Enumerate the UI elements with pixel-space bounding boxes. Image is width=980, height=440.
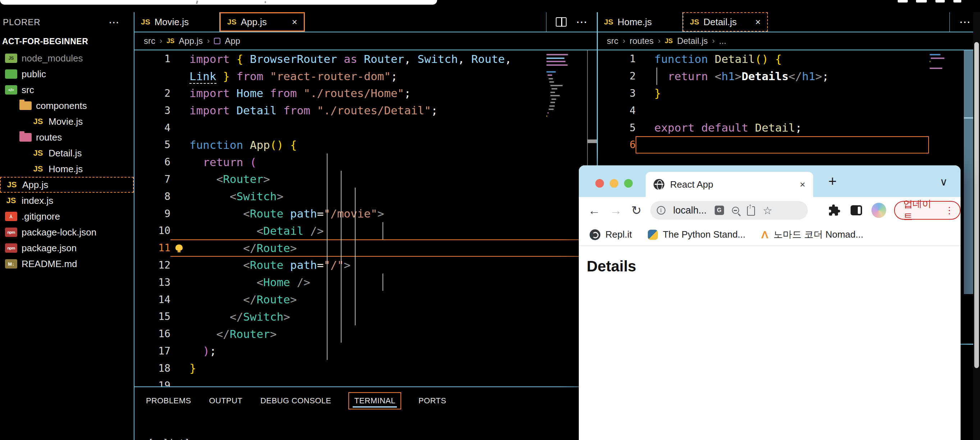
code-line[interactable]: 5function App() { [134, 136, 597, 154]
explorer-item-readme.md[interactable]: M↓README.md [0, 256, 134, 272]
breadcrumb-segment[interactable]: Detail.js [677, 36, 708, 46]
lightbulb-icon[interactable] [175, 245, 183, 251]
code-line-current[interactable]: 6 [598, 136, 980, 154]
panel-tab-output[interactable]: OUTPUT [208, 393, 243, 409]
more-actions-icon[interactable] [953, 0, 961, 3]
code-editor-appjs[interactable]: 1import { BrowserRouter as Router, Switc… [134, 50, 597, 386]
forward-button[interactable]: → [610, 203, 622, 218]
code-line-current[interactable]: 11 </Route> [134, 240, 597, 257]
reload-button[interactable]: ↻ [631, 203, 642, 218]
split-editor-icon[interactable] [556, 17, 566, 27]
tab-app.js[interactable]: JSApp.js× [220, 12, 305, 32]
scrollbar-thumb-left-editor[interactable] [587, 140, 597, 143]
panel-tab-debug-console[interactable]: DEBUG CONSOLE [259, 393, 332, 409]
browser-tab[interactable]: React App × [646, 172, 813, 197]
code-line[interactable]: 3} [598, 85, 980, 102]
code-line[interactable]: 3import Detail from "./routes/Detail"; [134, 102, 597, 119]
code-line[interactable]: 19 [134, 377, 597, 386]
explorer-item-package-lock.json[interactable]: npmpackage-lock.json [0, 224, 134, 240]
window-scrollbar-thumb[interactable] [974, 42, 979, 368]
extensions-puzzle-icon[interactable] [828, 204, 840, 217]
profile-avatar[interactable] [872, 203, 886, 218]
zoom-window-button[interactable] [624, 179, 633, 187]
code-line[interactable]: 13 <Home /> [134, 273, 597, 291]
code-line[interactable]: 1import { BrowserRouter as Router, Switc… [134, 50, 597, 68]
explorer-item-package.json[interactable]: npmpackage.json [0, 240, 134, 256]
browser-menu-dots-icon[interactable]: ⋮ [945, 205, 954, 216]
code-line[interactable]: 10 <Detail /> [134, 222, 597, 240]
code-line[interactable]: 16 </Router> [134, 325, 597, 343]
explorer-item-routes[interactable]: routes [0, 129, 134, 145]
explorer-item-.gitignore[interactable]: Y.gitignore [0, 208, 134, 224]
explorer-item-public[interactable]: public [0, 66, 134, 82]
code-line[interactable]: 7 <Router> [134, 171, 597, 188]
bookmark-item[interactable]: Repl.it [590, 229, 632, 240]
explorer-section-header[interactable]: ACT-FOR-BEGINNER [2, 37, 88, 46]
code-line[interactable]: 2import Home from "./routes/Home"; [134, 85, 597, 102]
close-window-button[interactable] [595, 179, 604, 187]
back-button[interactable]: ← [588, 203, 600, 218]
tab-home.js[interactable]: JSHome.js [598, 12, 683, 32]
code-line[interactable]: 1function Detail() { [598, 50, 980, 68]
more-actions-icon[interactable]: ⋯ [576, 15, 587, 29]
explorer-item-node_modules[interactable]: JSnode_modules [0, 50, 134, 66]
bookmark-star-icon[interactable]: ☆ [763, 204, 773, 217]
code-line[interactable]: 5export default Detail; [598, 119, 980, 136]
code-line[interactable]: 4 [134, 119, 597, 136]
translate-icon[interactable]: G [715, 206, 724, 215]
panel-tab-problems[interactable]: PROBLEMS [145, 393, 192, 409]
breadcrumb-left[interactable]: src›JSApp.js›App [134, 32, 597, 50]
bookmark-item[interactable]: Λ노마드 코더 Nomad... [761, 228, 864, 241]
explorer-item-movie.js[interactable]: JSMovie.js [0, 114, 134, 129]
breadcrumb-segment[interactable]: ... [719, 36, 726, 46]
share-icon[interactable] [747, 206, 755, 216]
layout-toggle-icon[interactable] [916, 0, 927, 3]
breadcrumb-segment[interactable]: App [225, 36, 240, 46]
code-line[interactable]: 2 return <h1>Details</h1>; [598, 68, 980, 85]
bookmark-item[interactable]: The Python Stand... [648, 229, 746, 240]
panel-tab-ports[interactable]: PORTS [418, 393, 447, 409]
tab-movie.js[interactable]: JSMovie.js [134, 12, 220, 32]
explorer-item-src[interactable]: </>src [0, 82, 134, 98]
terminal-output[interactable]: [eslint] src/App.js Line 1:50: 'Link' is… [148, 416, 470, 440]
side-panel-icon[interactable] [851, 205, 862, 215]
code-line[interactable]: 12 <Route path="/"> [134, 257, 597, 274]
site-info-icon[interactable]: i [657, 206, 665, 214]
scrollbar-thumb-right-editor[interactable] [964, 50, 973, 294]
quick-input-box[interactable] [0, 0, 437, 5]
close-tab-icon[interactable]: × [800, 179, 805, 190]
layout-toggle-icon[interactable] [898, 0, 908, 3]
explorer-item-components[interactable]: components [0, 98, 134, 114]
minimap-right[interactable] [930, 54, 951, 75]
breadcrumb-segment[interactable]: routes [630, 36, 654, 46]
code-line[interactable]: 15 </Switch> [134, 308, 597, 325]
tab-detail.js[interactable]: JSDetail.js× [683, 12, 768, 32]
tab-search-chevron-icon[interactable]: ∨ [940, 175, 948, 188]
code-line[interactable]: 18} [134, 359, 597, 377]
breadcrumb-right[interactable]: src›routes›JSDetail.js›... [598, 32, 980, 50]
breadcrumb-segment[interactable]: src [607, 36, 618, 46]
minimap-left[interactable] [546, 54, 574, 122]
code-line[interactable]: 4 [598, 102, 980, 119]
update-button[interactable]: 업데이트 ⋮ [894, 201, 961, 220]
breadcrumb-segment[interactable]: App.js [179, 36, 203, 46]
explorer-item-detail.js[interactable]: JSDetail.js [0, 145, 134, 161]
panel-tab-terminal[interactable]: TERMINAL [348, 392, 401, 410]
more-actions-icon[interactable]: ⋯ [959, 15, 970, 29]
code-line[interactable]: 17 ); [134, 343, 597, 360]
minimize-window-button[interactable] [610, 179, 618, 187]
url-text[interactable]: localh... [673, 205, 707, 216]
code-line[interactable]: 9 <Route path="/movie"> [134, 205, 597, 222]
code-line[interactable]: Link } from "react-router-dom"; [134, 68, 597, 85]
new-tab-button[interactable]: + [828, 173, 837, 189]
code-line[interactable]: 14 </Route> [134, 291, 597, 308]
explorer-item-home.js[interactable]: JSHome.js [0, 161, 134, 177]
layout-toggle-icon[interactable] [935, 0, 945, 3]
close-tab-icon[interactable]: × [755, 16, 761, 28]
explorer-item-app.js[interactable]: JSApp.js [0, 177, 134, 193]
breadcrumb-segment[interactable]: src [144, 36, 155, 46]
code-line[interactable]: 6 return ( [134, 154, 597, 171]
explorer-item-index.js[interactable]: JSindex.js [0, 193, 134, 208]
address-bar[interactable]: i localh... G ☆ [650, 201, 808, 220]
zoom-out-icon[interactable] [732, 207, 739, 214]
